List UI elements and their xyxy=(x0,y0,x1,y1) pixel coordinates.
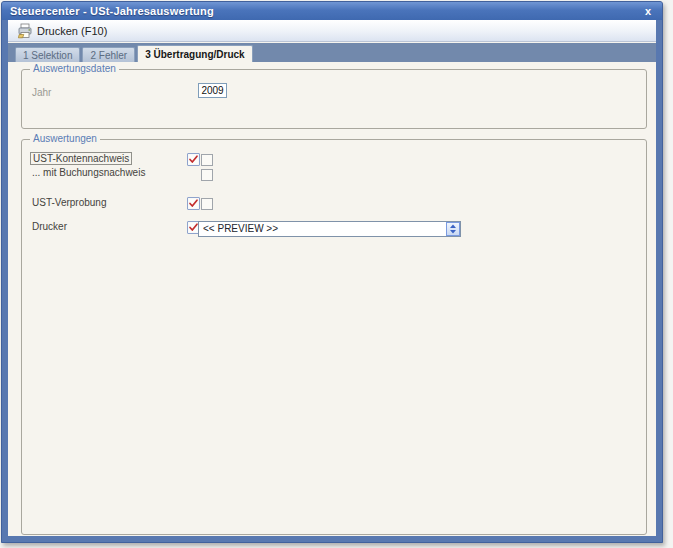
drucker-combobox[interactable]: << PREVIEW >> xyxy=(198,221,461,237)
mit-buchungsnachweis-checkbox[interactable] xyxy=(201,169,213,181)
ust-verprobung-label: UST-Verprobung xyxy=(32,197,107,208)
printer-icon xyxy=(17,23,33,39)
close-icon[interactable]: x xyxy=(642,6,654,17)
ust-kontennachweis-checkbox[interactable] xyxy=(201,154,213,166)
window-title: Steuercenter - USt-Jahresauswertung xyxy=(10,5,214,17)
drucker-combobox-value: << PREVIEW >> xyxy=(199,222,446,236)
group-auswertungen-legend: Auswertungen xyxy=(30,133,100,145)
tab-selektion[interactable]: 1 Selektion xyxy=(15,47,80,62)
tab-strip: 1 Selektion 2 Fehler 3 Übertragung/Druck xyxy=(8,43,656,62)
group-auswertungsdaten-legend: Auswertungsdaten xyxy=(30,63,119,75)
group-auswertungsdaten: Auswertungsdaten Jahr xyxy=(21,69,647,129)
tab-selektion-label: 1 Selektion xyxy=(23,50,72,61)
print-button[interactable]: Drucken (F10) xyxy=(12,21,112,41)
jahr-label: Jahr xyxy=(32,87,51,98)
drucker-dropdown-button[interactable] xyxy=(446,222,460,236)
ust-verprobung-checked-icon[interactable] xyxy=(187,197,200,210)
mit-buchungsnachweis-label: ... mit Buchungsnachweis xyxy=(32,167,145,178)
ust-kontennachweis-checked-icon[interactable] xyxy=(187,153,200,166)
up-down-arrows-icon xyxy=(449,224,457,234)
ust-verprobung-checkbox[interactable] xyxy=(201,198,213,210)
tab-fehler[interactable]: 2 Fehler xyxy=(82,47,135,62)
jahr-input[interactable] xyxy=(198,83,227,98)
client-area: Drucken (F10) 1 Selektion 2 Fehler 3 Übe… xyxy=(8,20,656,536)
group-auswertungen: Auswertungen UST-Kontennachweis ... mit … xyxy=(21,139,647,535)
drucker-label: Drucker xyxy=(32,221,67,232)
print-button-label: Drucken (F10) xyxy=(37,25,107,37)
app-window: Steuercenter - USt-Jahresauswertung x Dr… xyxy=(1,1,663,543)
toolbar: Drucken (F10) xyxy=(8,20,656,42)
tab-uebertragung-druck-label: 3 Übertragung/Druck xyxy=(145,49,244,60)
tab-uebertragung-druck[interactable]: 3 Übertragung/Druck xyxy=(137,45,252,62)
title-bar: Steuercenter - USt-Jahresauswertung x xyxy=(2,2,662,20)
tab-fehler-label: 2 Fehler xyxy=(90,50,127,61)
ust-kontennachweis-label: UST-Kontennachweis xyxy=(30,152,132,165)
tab-page-uebertragung-druck: Auswertungsdaten Jahr Auswertungen UST-K… xyxy=(8,62,656,536)
